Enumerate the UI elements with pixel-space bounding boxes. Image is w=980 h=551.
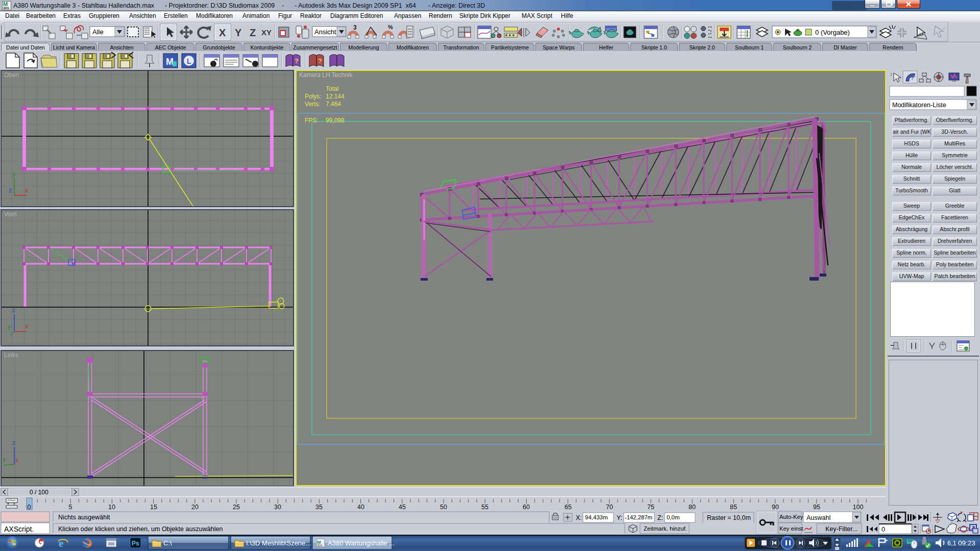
svg-text:Verts:: Verts: xyxy=(305,101,321,108)
svg-text:75: 75 xyxy=(647,504,654,511)
svg-text:Auswahl: Auswahl xyxy=(806,514,830,521)
svg-text:80: 80 xyxy=(689,504,696,511)
svg-text:90: 90 xyxy=(772,504,779,511)
svg-text:z: z xyxy=(12,307,15,314)
svg-text:%: % xyxy=(388,24,393,30)
svg-text:0 (Vorgabe): 0 (Vorgabe) xyxy=(815,29,850,36)
svg-text:70: 70 xyxy=(606,504,613,511)
svg-text:25: 25 xyxy=(233,504,240,511)
svg-text:0 / 100: 0 / 100 xyxy=(30,489,48,496)
svg-text:L: L xyxy=(187,57,191,65)
svg-text:0: 0 xyxy=(881,526,885,533)
svg-text:z: z xyxy=(9,187,12,194)
svg-text:20: 20 xyxy=(191,504,199,511)
svg-text:Z:: Z: xyxy=(657,514,663,521)
svg-text:65: 65 xyxy=(565,504,572,511)
svg-text:Auto-Key: Auto-Key xyxy=(779,514,803,520)
svg-text:10: 10 xyxy=(108,504,115,511)
svg-text:5: 5 xyxy=(69,504,72,511)
svg-text:x: x xyxy=(25,323,28,330)
svg-text:7.464: 7.464 xyxy=(326,101,341,108)
svg-text:15: 15 xyxy=(150,504,157,511)
svg-text:AXScript.: AXScript. xyxy=(4,525,34,533)
svg-text:Nichts ausgewählt: Nichts ausgewählt xyxy=(58,514,110,521)
svg-text:FPS:: FPS: xyxy=(305,117,318,124)
svg-text:Y:: Y: xyxy=(617,514,622,521)
svg-text:z: z xyxy=(12,439,15,446)
svg-text:55: 55 xyxy=(481,504,488,511)
svg-text:Ansicht: Ansicht xyxy=(314,28,336,36)
svg-text:XY: XY xyxy=(261,28,272,37)
svg-text:Z: Z xyxy=(250,27,256,38)
svg-text:?: ? xyxy=(318,57,322,65)
svg-text:Key-Filter...: Key-Filter... xyxy=(825,525,857,533)
svg-text:Zeitmark. hinzuf.: Zeitmark. hinzuf. xyxy=(644,525,687,532)
svg-text:50: 50 xyxy=(440,504,447,511)
svg-text:Klicken oder klicken und ziehe: Klicken oder klicken und ziehen, um Obje… xyxy=(58,525,223,533)
svg-text:X: X xyxy=(219,27,226,38)
svg-text:45: 45 xyxy=(399,504,406,511)
svg-text:3DS: 3DS xyxy=(3,7,9,10)
svg-text:0,0m: 0,0m xyxy=(667,514,680,520)
svg-text:60: 60 xyxy=(523,504,530,511)
svg-text:Raster = 10,0m: Raster = 10,0m xyxy=(707,514,751,521)
svg-text:100: 100 xyxy=(853,504,864,511)
svg-text:Y: Y xyxy=(235,27,242,38)
svg-text:0: 0 xyxy=(28,504,31,511)
svg-text:y: y xyxy=(12,170,15,178)
svg-text:Modifikatoren-Liste: Modifikatoren-Liste xyxy=(892,102,946,109)
svg-text:95: 95 xyxy=(813,504,820,511)
svg-text:-142,287m: -142,287m xyxy=(625,514,652,520)
svg-text:12.144: 12.144 xyxy=(326,93,345,100)
svg-text:3DS: 3DS xyxy=(317,544,323,547)
svg-text:09:23: 09:23 xyxy=(958,539,975,547)
svg-text:99,098: 99,098 xyxy=(326,117,345,124)
svg-text:3: 3 xyxy=(353,24,357,31)
svg-text:y: y xyxy=(3,456,6,463)
svg-text:x: x xyxy=(25,187,28,194)
svg-text:y: y xyxy=(8,323,11,330)
svg-text:40: 40 xyxy=(357,504,364,511)
svg-text:Ps: Ps xyxy=(132,540,139,547)
svg-text:94,433m: 94,433m xyxy=(585,514,608,520)
svg-text:A380 Wartungshalle ...: A380 Wartungshalle ... xyxy=(328,539,395,547)
svg-text:Total: Total xyxy=(326,85,338,92)
svg-text:I:\3D Meshlib\Szene...: I:\3D Meshlib\Szene... xyxy=(246,539,311,547)
svg-text:Alle: Alle xyxy=(92,28,104,36)
svg-text:35: 35 xyxy=(315,504,323,511)
svg-text:30: 30 xyxy=(274,504,281,511)
svg-text:6,1: 6,1 xyxy=(947,540,956,547)
svg-text:Polys:: Polys: xyxy=(305,93,322,100)
svg-text:X:: X: xyxy=(576,514,582,521)
svg-text:85: 85 xyxy=(730,504,737,511)
svg-text:x: x xyxy=(15,457,18,464)
svg-text:Key einst.: Key einst. xyxy=(779,525,805,532)
svg-text:C:\: C:\ xyxy=(163,539,172,547)
svg-text:M: M xyxy=(166,57,174,67)
svg-text:?: ? xyxy=(295,57,299,65)
